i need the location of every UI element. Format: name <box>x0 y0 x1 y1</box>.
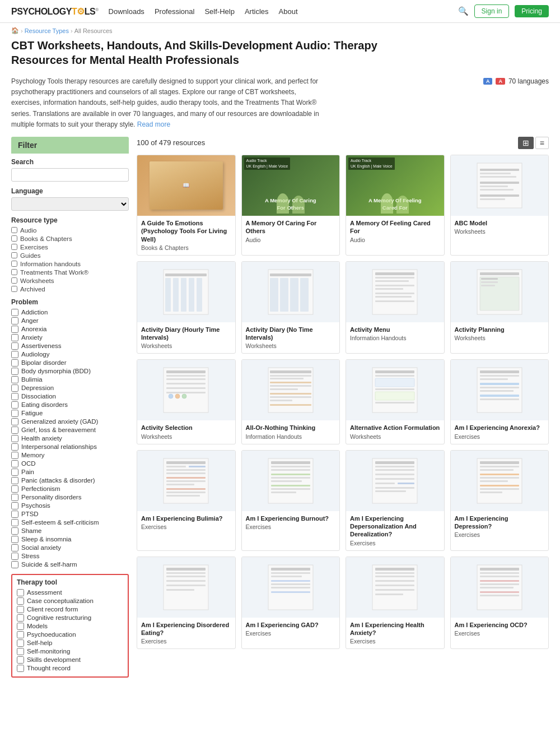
list-item[interactable]: Am I Experiencing GAD? Exercises <box>241 557 340 650</box>
list-view-button[interactable]: ≡ <box>535 137 549 149</box>
checkbox-bipolar[interactable] <box>11 359 18 367</box>
svg-rect-28 <box>375 293 414 294</box>
checkbox-ocd[interactable] <box>11 460 18 467</box>
checkbox-anger[interactable] <box>11 317 18 325</box>
nav-logo[interactable]: PSYCHOLOGYT⚙LS® <box>11 6 99 17</box>
checkbox-psychosis[interactable] <box>11 502 18 509</box>
svg-rect-133 <box>375 572 414 574</box>
list-item[interactable]: ABC Model Worksheets <box>450 155 549 256</box>
svg-rect-142 <box>480 576 519 577</box>
checkbox-personality[interactable] <box>11 494 18 501</box>
checkbox-psychoeducation[interactable] <box>17 631 24 638</box>
card-type: Exercises <box>141 523 231 530</box>
checkbox-gad[interactable] <box>11 418 18 425</box>
checkbox-eating[interactable] <box>11 401 18 409</box>
checkbox-dissociation[interactable] <box>11 393 18 400</box>
list-item[interactable]: 📖 A Guide To Emotions (Psychology Tools … <box>137 155 236 256</box>
checkbox-health-anxiety[interactable] <box>11 435 18 442</box>
list-item[interactable]: Am I Experiencing Disordered Eating? Exe… <box>137 557 236 650</box>
list-item[interactable]: Audio TrackUK English | Male Voice A Mem… <box>346 155 445 256</box>
nav-link-articles[interactable]: Articles <box>245 7 269 16</box>
list-item[interactable]: Audio TrackUK English | Male Voice A Mem… <box>241 155 340 256</box>
list-item[interactable]: Am I Experiencing Burnout? Exercises <box>241 450 340 551</box>
language-select[interactable] <box>11 197 129 211</box>
list-item[interactable]: Activity Diary (Hourly Time Intervals) W… <box>137 261 236 354</box>
list-item[interactable]: Am I Experiencing Health Anxiety? Exerci… <box>346 557 445 650</box>
list-item[interactable]: Activity Diary (No Time Intervals) Works… <box>241 261 340 354</box>
checkbox-case-conceptualization[interactable] <box>17 597 24 605</box>
nav-link-professional[interactable]: Professional <box>155 7 195 16</box>
checkbox-thought-record[interactable] <box>17 665 24 672</box>
checkbox-self-monitoring[interactable] <box>17 648 24 655</box>
checkbox-suicide[interactable] <box>11 561 18 568</box>
search-section: Search <box>11 158 129 182</box>
checkbox-interpersonal[interactable] <box>11 443 18 451</box>
checkbox-addiction[interactable] <box>11 309 18 316</box>
checkbox-stress[interactable] <box>11 553 18 560</box>
checkbox-fatigue[interactable] <box>11 410 18 417</box>
list-item[interactable]: Am I Experiencing Anorexia? Exercises <box>450 359 549 444</box>
checkbox-audio[interactable] <box>11 227 17 233</box>
list-item[interactable]: Am I Experiencing Bulimia? Exercises <box>137 450 236 551</box>
checkbox-info-handouts[interactable] <box>11 261 17 267</box>
checkbox-audiology[interactable] <box>11 351 18 358</box>
checkbox-bdd[interactable] <box>11 368 18 375</box>
checkbox-grief[interactable] <box>11 427 18 434</box>
breadcrumb-resource-types[interactable]: Resource Types <box>25 27 69 34</box>
checkbox-cognitive-restructuring[interactable] <box>17 614 24 622</box>
checkbox-assertiveness[interactable] <box>11 342 18 350</box>
checkbox-models[interactable] <box>17 623 24 630</box>
checkbox-archived[interactable] <box>11 286 17 292</box>
checkbox-social-anxiety[interactable] <box>11 544 18 551</box>
card-type: Worksheets <box>141 433 231 440</box>
checkbox-worksheets[interactable] <box>11 277 17 284</box>
pricing-button[interactable]: Pricing <box>515 5 549 17</box>
checkbox-shame[interactable] <box>11 527 18 535</box>
checkbox-sleep[interactable] <box>11 536 18 543</box>
list-item[interactable]: Am I Experiencing OCD? Exercises <box>450 557 549 650</box>
nav-link-downloads[interactable]: Downloads <box>109 7 144 16</box>
checkbox-self-esteem[interactable] <box>11 519 18 526</box>
checkbox-exercises[interactable] <box>11 244 17 250</box>
svg-rect-80 <box>166 477 206 479</box>
checkbox-anxiety[interactable] <box>11 334 18 341</box>
checkbox-assessment[interactable] <box>17 589 24 596</box>
checkbox-client-record[interactable] <box>17 606 24 613</box>
list-item[interactable]: All-Or-Nothing Thinking Information Hand… <box>241 359 340 444</box>
list-item[interactable]: Activity Selection Worksheets <box>137 359 236 444</box>
checkbox-pain[interactable] <box>11 469 18 476</box>
checkbox-perfectionism[interactable] <box>11 485 18 493</box>
checkbox-bulimia[interactable] <box>11 376 18 383</box>
card-title: Am I Experiencing Health Anxiety? <box>350 621 440 637</box>
checkbox-panic[interactable] <box>11 477 18 484</box>
checkbox-depression[interactable] <box>11 384 18 392</box>
search-icon[interactable]: 🔍 <box>458 6 469 16</box>
list-item[interactable]: Am I Experiencing Depression? Exercises <box>450 450 549 551</box>
svg-rect-88 <box>271 466 310 467</box>
svg-rect-66 <box>480 370 519 373</box>
list-item[interactable]: Alternative Action Formulation Worksheet… <box>346 359 445 444</box>
checkbox-anorexia[interactable] <box>11 326 18 333</box>
svg-rect-8 <box>480 198 505 200</box>
svg-rect-138 <box>375 594 403 595</box>
svg-rect-140 <box>480 568 519 571</box>
list-item[interactable]: Activity Menu Information Handouts <box>346 261 445 354</box>
checkbox-memory[interactable] <box>11 452 18 459</box>
list-item[interactable]: Am I Experiencing Depersonalization And … <box>346 450 445 551</box>
signin-button[interactable]: Sign in <box>474 4 510 18</box>
svg-rect-110 <box>480 474 519 475</box>
svg-rect-59 <box>375 370 414 373</box>
grid-view-button[interactable]: ⊞ <box>518 137 534 149</box>
checkbox-guides[interactable] <box>11 252 17 258</box>
checkbox-ptsd[interactable] <box>11 511 18 518</box>
search-input[interactable] <box>11 168 129 182</box>
nav-link-selfhelp[interactable]: Self-Help <box>204 7 234 16</box>
checkbox-skills-development[interactable] <box>17 656 24 664</box>
checkbox-ttw[interactable] <box>11 269 17 275</box>
breadcrumb-home-icon[interactable]: 🏠 <box>11 27 19 34</box>
checkbox-self-help[interactable] <box>17 639 24 647</box>
nav-link-about[interactable]: About <box>279 7 298 16</box>
checkbox-books[interactable] <box>11 235 17 242</box>
list-item[interactable]: Activity Planning Worksheets <box>450 261 549 354</box>
read-more-link[interactable]: Read more <box>137 120 170 128</box>
